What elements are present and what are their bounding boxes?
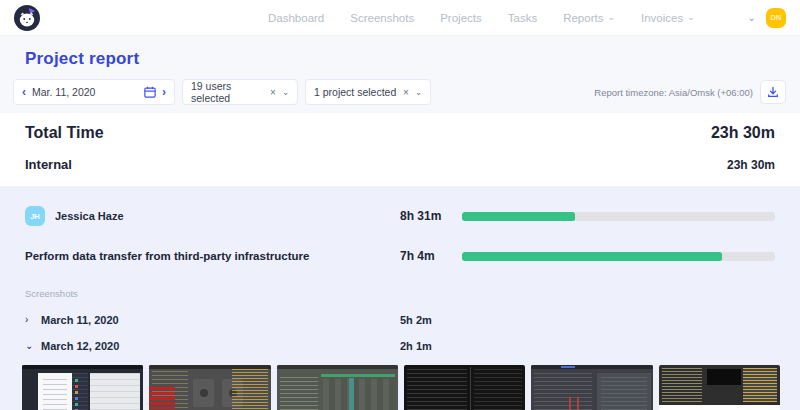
nav-item-projects[interactable]: Projects — [440, 12, 482, 24]
chevron-down-icon: ⌄ — [687, 13, 695, 22]
screenshot-thumbnail[interactable] — [531, 365, 652, 410]
task-time: 7h 4m — [400, 249, 462, 263]
nav-label: Dashboard — [268, 12, 324, 24]
calendar-icon[interactable] — [144, 86, 156, 98]
nav-item-invoices[interactable]: Invoices⌄ — [641, 12, 695, 24]
group-time-value: 23h 30m — [727, 158, 775, 172]
main-nav: Dashboard Screenshots Projects Tasks Rep… — [268, 12, 695, 24]
app-logo-cat-icon[interactable] — [14, 5, 40, 31]
nav-label: Tasks — [508, 12, 537, 24]
user-avatar: JH — [25, 206, 45, 226]
account-menu-chevron-icon[interactable]: ⌄ — [748, 12, 756, 23]
nav-label: Projects — [440, 12, 482, 24]
nav-label: Screenshots — [350, 12, 414, 24]
clear-users-icon[interactable]: × — [270, 87, 276, 98]
nav-item-dashboard[interactable]: Dashboard — [268, 12, 324, 24]
chevron-down-icon[interactable]: ⌄ — [25, 341, 33, 351]
user-time: 8h 31m — [400, 209, 462, 223]
users-filter-select[interactable]: 19 users selected × ⌄ — [182, 79, 298, 105]
page-title: Project report — [0, 36, 800, 79]
screenshot-thumbnail[interactable] — [659, 365, 780, 410]
chevron-right-icon[interactable]: › — [25, 315, 33, 325]
chevron-down-icon[interactable]: ⌄ — [415, 87, 422, 97]
day-row-march-12[interactable]: ⌄ March 12, 2020 2h 1m — [0, 333, 800, 359]
screenshots-label: Screenshots — [0, 274, 800, 307]
timezone-note: Report timezone: Asia/Omsk (+06:00) — [594, 87, 753, 98]
group-label: Internal — [25, 157, 72, 172]
nav-item-reports[interactable]: Reports⌄ — [563, 12, 615, 24]
screenshot-thumbnail[interactable] — [22, 365, 143, 410]
user-row: JH Jessica Haze 8h 31m — [0, 196, 800, 236]
next-day-icon[interactable]: › — [162, 86, 166, 98]
task-row: Perform data transfer from third-party i… — [0, 238, 800, 274]
screenshot-thumbnails: 00:09 00:13 00:23 00:32 — [0, 359, 800, 410]
nav-item-tasks[interactable]: Tasks — [508, 12, 537, 24]
top-navbar: Dashboard Screenshots Projects Tasks Rep… — [0, 0, 800, 36]
date-picker[interactable]: ‹ Mar. 11, 2020 › — [13, 79, 175, 105]
project-filter-select[interactable]: 1 project selected × ⌄ — [305, 79, 431, 105]
report-section: JH Jessica Haze 8h 31m Perform data tran… — [0, 186, 800, 410]
nav-item-screenshots[interactable]: Screenshots — [350, 12, 414, 24]
summary-card: Total Time 23h 30m Internal 23h 30m — [0, 113, 800, 186]
screenshot-thumbnail[interactable] — [404, 365, 525, 410]
total-time-label: Total Time — [25, 124, 104, 142]
nav-label: Invoices — [641, 12, 683, 24]
account-avatar[interactable]: DN — [766, 8, 786, 28]
user-progress-bar — [462, 212, 775, 221]
user-progress-fill — [462, 212, 575, 221]
day-date: March 11, 2020 — [41, 314, 119, 326]
day-row-march-11[interactable]: › March 11, 2020 5h 2m — [0, 307, 800, 333]
user-name: Jessica Haze — [55, 210, 124, 222]
download-report-button[interactable] — [760, 80, 786, 104]
screenshot-thumbnail[interactable] — [149, 365, 270, 410]
chevron-down-icon[interactable]: ⌄ — [282, 87, 289, 97]
filter-bar: ‹ Mar. 11, 2020 › 19 users selected × ⌄ … — [0, 79, 800, 113]
download-icon — [767, 86, 779, 98]
project-filter-value: 1 project selected — [314, 86, 397, 98]
nav-label: Reports — [563, 12, 603, 24]
screenshot-thumbnail[interactable] — [277, 365, 398, 410]
day-time: 5h 2m — [400, 314, 432, 326]
clear-project-icon[interactable]: × — [403, 87, 409, 98]
prev-day-icon[interactable]: ‹ — [22, 86, 26, 98]
chevron-down-icon: ⌄ — [607, 13, 615, 22]
total-time-value: 23h 30m — [711, 124, 775, 142]
day-time: 2h 1m — [400, 340, 432, 352]
task-progress-fill — [462, 252, 722, 261]
day-date: March 12, 2020 — [41, 340, 119, 352]
task-progress-bar — [462, 252, 775, 261]
users-filter-value: 19 users selected — [191, 80, 264, 104]
date-value[interactable]: Mar. 11, 2020 — [32, 86, 138, 98]
task-name: Perform data transfer from third-party i… — [25, 250, 309, 262]
